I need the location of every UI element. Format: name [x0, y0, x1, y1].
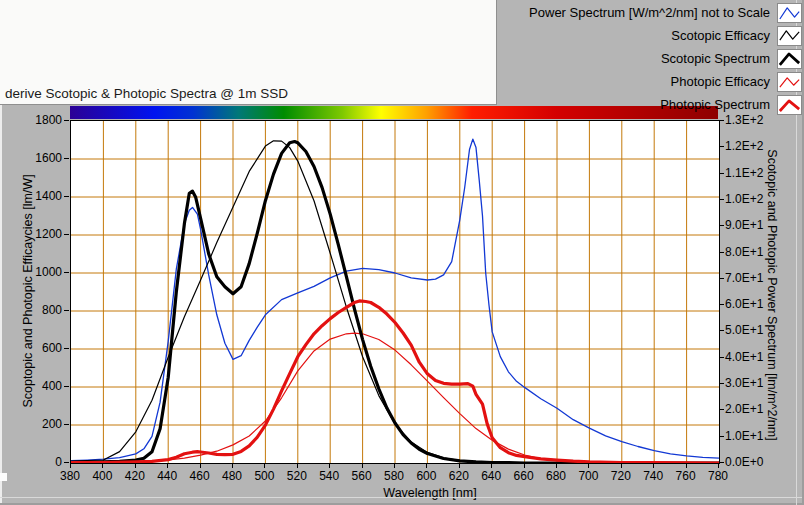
x-axis-tick [621, 463, 622, 468]
right-tick-label: 4.0E+1 [725, 350, 763, 364]
right-tick-label: 5.0E+1 [725, 323, 763, 337]
legend-line-style-icon[interactable] [777, 3, 802, 23]
x-tick-label: 380 [60, 469, 80, 483]
right-axis-tick [719, 330, 724, 331]
x-tick-label: 720 [611, 469, 631, 483]
right-axis-tick [719, 278, 724, 279]
x-tick-label: 540 [319, 469, 339, 483]
x-axis-tick [362, 463, 363, 468]
right-tick-label: 9.0E+1 [725, 218, 763, 232]
legend-item-scotopic-efficacy[interactable]: Scotopic Efficacy [498, 25, 804, 46]
right-axis-tick [719, 357, 724, 358]
page-title: derive Scotopic & Photopic Spectra @ 1m … [5, 86, 288, 101]
legend-line-style-icon[interactable] [777, 26, 802, 46]
right-axis-tick [719, 225, 724, 226]
x-tick-label: 580 [384, 469, 404, 483]
left-axis-tick [64, 424, 69, 425]
right-tick-label: 1.0E+1 [725, 429, 763, 443]
right-axis-tick [719, 252, 724, 253]
x-axis-tick [200, 463, 201, 468]
right-tick-label: 2.0E+1 [725, 402, 763, 416]
x-axis-tick [70, 463, 71, 468]
x-axis-tick [297, 463, 298, 468]
right-axis-tick [719, 436, 724, 437]
x-axis-tick [491, 463, 492, 468]
x-tick-label: 400 [92, 469, 112, 483]
right-axis-tick [719, 462, 724, 463]
x-tick-label: 740 [643, 469, 663, 483]
x-axis-tick [329, 463, 330, 468]
x-axis-tick [718, 463, 719, 468]
left-axis-title: Scoptopic and Photopic Efficaycies [lm/W… [21, 174, 35, 407]
x-axis-tick [264, 463, 265, 468]
left-tick-label: 1600 [35, 151, 62, 165]
left-tick-label: 600 [42, 341, 62, 355]
x-tick-label: 460 [190, 469, 210, 483]
right-tick-label: 1.0E+2 [725, 192, 763, 206]
x-tick-label: 660 [514, 469, 534, 483]
x-axis-tick [102, 463, 103, 468]
legend-item-photopic-spectrum[interactable]: Photopic Spectrum [498, 94, 804, 115]
left-tick-label: 800 [42, 303, 62, 317]
legend-item-photopic-efficacy[interactable]: Photopic Efficacy [498, 71, 804, 92]
legend-item-label: Photopic Spectrum [660, 97, 770, 112]
left-tick-label: 0 [55, 455, 62, 469]
x-tick-label: 480 [222, 469, 242, 483]
x-axis-tick [524, 463, 525, 468]
labview-front-panel: { "window": { "title_note": "derive Scot… [0, 0, 804, 505]
left-tick-label: 1200 [35, 227, 62, 241]
legend-line-style-icon[interactable] [777, 72, 802, 92]
right-axis-tick [719, 409, 724, 410]
panel-edge-notch [0, 473, 7, 481]
x-axis-tick [459, 463, 460, 468]
right-tick-label: 6.0E+1 [725, 297, 763, 311]
x-tick-label: 700 [578, 469, 598, 483]
left-tick-label: 1000 [35, 265, 62, 279]
right-tick-label: 7.0E+1 [725, 271, 763, 285]
x-axis-tick [588, 463, 589, 468]
right-axis-tick [719, 146, 724, 147]
left-axis-tick [64, 234, 69, 235]
plot-canvas [71, 121, 719, 463]
window-groove-bottom [0, 497, 804, 498]
left-tick-label: 200 [42, 417, 62, 431]
legend-item-label: Photopic Efficacy [671, 74, 770, 89]
right-tick-label: 1.2E+2 [725, 139, 763, 153]
plot-area [70, 120, 720, 464]
left-axis-tick [64, 196, 69, 197]
right-tick-label: 3.0E+1 [725, 376, 763, 390]
left-axis-tick [64, 348, 69, 349]
x-tick-label: 780 [708, 469, 728, 483]
legend-item-scotopic-spectrum[interactable]: Scotopic Spectrum [498, 48, 804, 69]
x-tick-label: 560 [352, 469, 372, 483]
legend-line-style-icon[interactable] [777, 95, 802, 115]
left-axis-tick [64, 120, 69, 121]
x-axis-tick [394, 463, 395, 468]
x-axis-tick [686, 463, 687, 468]
x-tick-label: 680 [546, 469, 566, 483]
x-tick-label: 520 [287, 469, 307, 483]
right-axis-title: Scotopic and Photopic Power Spectrum [lm… [765, 149, 779, 440]
x-tick-label: 620 [449, 469, 469, 483]
right-axis-tick [719, 199, 724, 200]
x-tick-label: 500 [254, 469, 274, 483]
x-tick-label: 440 [157, 469, 177, 483]
x-axis-tick [556, 463, 557, 468]
left-tick-label: 1400 [35, 189, 62, 203]
x-axis-tick [135, 463, 136, 468]
x-tick-label: 760 [676, 469, 696, 483]
legend-item-label: Power Spectrum [W/m^2/nm] not to Scale [529, 5, 770, 20]
legend-line-style-icon[interactable] [777, 49, 802, 69]
right-axis-tick [719, 304, 724, 305]
right-tick-label: 8.0E+1 [725, 245, 763, 259]
right-tick-label: 1.1E+2 [725, 166, 763, 180]
x-axis-tick [232, 463, 233, 468]
legend-item-power-spectrum-w-m-2-nm-not-to-scale[interactable]: Power Spectrum [W/m^2/nm] not to Scale [498, 2, 804, 23]
legend-item-label: Scotopic Spectrum [661, 51, 770, 66]
right-tick-label: 1.3E+2 [725, 113, 763, 127]
x-axis-tick [426, 463, 427, 468]
left-axis-tick [64, 386, 69, 387]
right-axis-tick [719, 173, 724, 174]
left-tick-label: 1800 [35, 113, 62, 127]
left-axis-tick [64, 158, 69, 159]
